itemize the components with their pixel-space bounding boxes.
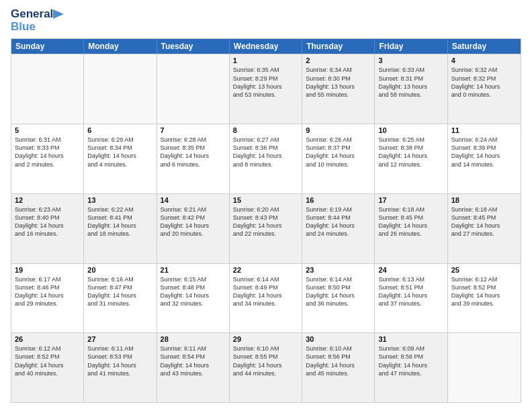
cal-cell-1-3: 8Sunrise: 6:27 AMSunset: 8:36 PMDaylight…: [230, 124, 302, 193]
cal-cell-0-6: 4Sunrise: 6:32 AMSunset: 8:32 PMDaylight…: [448, 54, 521, 124]
cal-cell-1-4: 9Sunrise: 6:26 AMSunset: 8:37 PMDaylight…: [302, 124, 375, 193]
day-info: Sunrise: 6:24 AMSunset: 8:39 PMDaylight:…: [451, 136, 517, 169]
header-day-saturday: Saturday: [448, 39, 521, 54]
cal-cell-1-2: 7Sunrise: 6:28 AMSunset: 8:35 PMDaylight…: [157, 124, 230, 193]
header-day-sunday: Sunday: [11, 39, 84, 54]
cal-cell-3-5: 24Sunrise: 6:13 AMSunset: 8:51 PMDayligh…: [375, 264, 447, 333]
day-number: 19: [15, 266, 80, 274]
day-number: 16: [306, 196, 371, 204]
cal-cell-4-1: 27Sunrise: 6:11 AMSunset: 8:53 PMDayligh…: [84, 333, 157, 402]
day-info: Sunrise: 6:21 AMSunset: 8:42 PMDaylight:…: [161, 205, 226, 238]
day-info: Sunrise: 6:35 AMSunset: 8:29 PMDaylight:…: [233, 66, 298, 99]
logo: General Blue: [11, 8, 68, 33]
cal-cell-3-2: 21Sunrise: 6:15 AMSunset: 8:48 PMDayligh…: [157, 264, 230, 333]
day-info: Sunrise: 6:22 AMSunset: 8:41 PMDaylight:…: [87, 205, 152, 238]
day-number: 24: [378, 266, 443, 274]
cal-cell-2-1: 13Sunrise: 6:22 AMSunset: 8:41 PMDayligh…: [84, 194, 157, 263]
cal-cell-0-0: [11, 54, 84, 124]
day-number: 28: [161, 335, 226, 343]
cal-cell-4-0: 26Sunrise: 6:12 AMSunset: 8:52 PMDayligh…: [11, 333, 84, 402]
day-info: Sunrise: 6:33 AMSunset: 8:31 PMDaylight:…: [378, 66, 443, 99]
day-info: Sunrise: 6:18 AMSunset: 8:45 PMDaylight:…: [451, 205, 517, 238]
logo-general: General: [11, 8, 53, 21]
day-info: Sunrise: 6:09 AMSunset: 8:56 PMDaylight:…: [378, 345, 443, 377]
day-number: 29: [233, 335, 298, 343]
cal-cell-4-5: 31Sunrise: 6:09 AMSunset: 8:56 PMDayligh…: [375, 333, 447, 402]
header: General Blue: [11, 8, 521, 33]
cal-cell-3-3: 22Sunrise: 6:14 AMSunset: 8:49 PMDayligh…: [230, 264, 302, 333]
day-info: Sunrise: 6:11 AMSunset: 8:53 PMDaylight:…: [87, 345, 152, 377]
logo-icon: [53, 9, 68, 19]
header-day-tuesday: Tuesday: [157, 39, 230, 54]
cal-cell-2-6: 18Sunrise: 6:18 AMSunset: 8:45 PMDayligh…: [448, 194, 521, 263]
calendar-row-4: 26Sunrise: 6:12 AMSunset: 8:52 PMDayligh…: [11, 332, 521, 402]
calendar-row-3: 19Sunrise: 6:17 AMSunset: 8:46 PMDayligh…: [11, 263, 521, 333]
day-number: 2: [306, 56, 371, 64]
day-number: 18: [451, 196, 517, 204]
cal-cell-3-4: 23Sunrise: 6:14 AMSunset: 8:50 PMDayligh…: [302, 264, 375, 333]
day-number: 25: [451, 266, 517, 274]
day-number: 30: [306, 335, 371, 343]
day-number: 15: [233, 196, 298, 204]
cal-cell-2-3: 15Sunrise: 6:20 AMSunset: 8:43 PMDayligh…: [230, 194, 302, 263]
day-number: 20: [87, 266, 152, 274]
cal-cell-0-2: [157, 54, 230, 124]
cal-cell-4-6: [448, 333, 521, 402]
day-info: Sunrise: 6:18 AMSunset: 8:45 PMDaylight:…: [378, 205, 443, 238]
day-info: Sunrise: 6:29 AMSunset: 8:34 PMDaylight:…: [87, 136, 152, 169]
day-number: 10: [378, 126, 443, 134]
calendar-row-2: 12Sunrise: 6:23 AMSunset: 8:40 PMDayligh…: [11, 193, 521, 263]
day-info: Sunrise: 6:11 AMSunset: 8:54 PMDaylight:…: [161, 345, 226, 377]
day-number: 14: [161, 196, 226, 204]
cal-cell-2-0: 12Sunrise: 6:23 AMSunset: 8:40 PMDayligh…: [11, 194, 84, 263]
cal-cell-1-1: 6Sunrise: 6:29 AMSunset: 8:34 PMDaylight…: [84, 124, 157, 193]
cal-cell-4-3: 29Sunrise: 6:10 AMSunset: 8:55 PMDayligh…: [230, 333, 302, 402]
day-info: Sunrise: 6:28 AMSunset: 8:35 PMDaylight:…: [161, 136, 226, 169]
day-info: Sunrise: 6:14 AMSunset: 8:50 PMDaylight:…: [306, 275, 371, 308]
logo-blue: Blue: [11, 20, 36, 33]
cal-cell-1-0: 5Sunrise: 6:31 AMSunset: 8:33 PMDaylight…: [11, 124, 84, 193]
day-info: Sunrise: 6:13 AMSunset: 8:51 PMDaylight:…: [378, 275, 443, 308]
day-info: Sunrise: 6:31 AMSunset: 8:33 PMDaylight:…: [15, 136, 80, 169]
day-number: 31: [378, 335, 443, 343]
day-number: 21: [161, 266, 226, 274]
day-info: Sunrise: 6:17 AMSunset: 8:46 PMDaylight:…: [15, 275, 80, 308]
day-info: Sunrise: 6:12 AMSunset: 8:52 PMDaylight:…: [451, 275, 517, 308]
calendar-row-1: 5Sunrise: 6:31 AMSunset: 8:33 PMDaylight…: [11, 124, 521, 193]
day-info: Sunrise: 6:25 AMSunset: 8:38 PMDaylight:…: [378, 136, 443, 169]
day-info: Sunrise: 6:16 AMSunset: 8:47 PMDaylight:…: [87, 275, 152, 308]
day-info: Sunrise: 6:10 AMSunset: 8:56 PMDaylight:…: [306, 345, 371, 377]
day-info: Sunrise: 6:26 AMSunset: 8:37 PMDaylight:…: [306, 136, 371, 169]
day-info: Sunrise: 6:14 AMSunset: 8:49 PMDaylight:…: [233, 275, 298, 308]
day-number: 13: [87, 196, 152, 204]
day-info: Sunrise: 6:32 AMSunset: 8:32 PMDaylight:…: [451, 66, 517, 99]
day-number: 5: [15, 126, 80, 134]
day-info: Sunrise: 6:20 AMSunset: 8:43 PMDaylight:…: [233, 205, 298, 238]
day-info: Sunrise: 6:34 AMSunset: 8:30 PMDaylight:…: [306, 66, 371, 99]
header-day-thursday: Thursday: [302, 39, 375, 54]
cal-cell-1-5: 10Sunrise: 6:25 AMSunset: 8:38 PMDayligh…: [375, 124, 447, 193]
day-number: 17: [378, 196, 443, 204]
calendar-body: 1Sunrise: 6:35 AMSunset: 8:29 PMDaylight…: [11, 54, 521, 402]
day-number: 4: [451, 56, 517, 64]
svg-marker-0: [53, 9, 64, 19]
day-number: 6: [87, 126, 152, 134]
header-day-wednesday: Wednesday: [230, 39, 302, 54]
cal-cell-2-5: 17Sunrise: 6:18 AMSunset: 8:45 PMDayligh…: [375, 194, 447, 263]
cal-cell-3-6: 25Sunrise: 6:12 AMSunset: 8:52 PMDayligh…: [448, 264, 521, 333]
day-number: 8: [233, 126, 298, 134]
calendar-row-0: 1Sunrise: 6:35 AMSunset: 8:29 PMDaylight…: [11, 54, 521, 124]
day-number: 1: [233, 56, 298, 64]
day-info: Sunrise: 6:12 AMSunset: 8:52 PMDaylight:…: [15, 345, 80, 377]
calendar: SundayMondayTuesdayWednesdayThursdayFrid…: [11, 38, 521, 403]
day-info: Sunrise: 6:27 AMSunset: 8:36 PMDaylight:…: [233, 136, 298, 169]
day-number: 12: [15, 196, 80, 204]
calendar-header: SundayMondayTuesdayWednesdayThursdayFrid…: [11, 39, 521, 54]
day-number: 7: [161, 126, 226, 134]
day-info: Sunrise: 6:19 AMSunset: 8:44 PMDaylight:…: [306, 205, 371, 238]
day-number: 22: [233, 266, 298, 274]
day-number: 9: [306, 126, 371, 134]
day-info: Sunrise: 6:10 AMSunset: 8:55 PMDaylight:…: [233, 345, 298, 377]
cal-cell-0-1: [84, 54, 157, 124]
cal-cell-2-2: 14Sunrise: 6:21 AMSunset: 8:42 PMDayligh…: [157, 194, 230, 263]
